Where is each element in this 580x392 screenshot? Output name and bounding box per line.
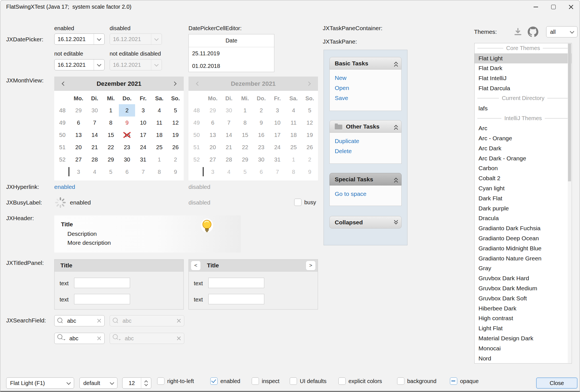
text-input[interactable] (209, 294, 264, 304)
spinner-buttons[interactable] (141, 378, 151, 388)
taskpane-link-delete[interactable]: Delete (335, 146, 401, 156)
theme-item[interactable]: Cobalt 2 (475, 173, 572, 183)
datepicker-dropdown-button[interactable] (94, 34, 104, 44)
theme-item[interactable]: Gradianto Dark Fuchsia (475, 223, 572, 233)
calendar-day[interactable]: 28 (87, 153, 103, 166)
download-icon[interactable] (513, 27, 523, 37)
calendar-day[interactable]: 17 (135, 129, 151, 141)
theme-item[interactable]: Gradianto Midnight Blue (475, 243, 572, 253)
taskpane-link-open[interactable]: Open (335, 83, 401, 93)
theme-item[interactable]: Arc (475, 123, 572, 133)
theme-item[interactable]: Flat Darcula (475, 83, 572, 93)
taskpane-link-save[interactable]: Save (335, 93, 401, 103)
text-field[interactable] (74, 278, 130, 288)
taskpane-header[interactable]: Collapsed (329, 216, 402, 229)
theme-item[interactable]: Cyan light (475, 183, 572, 193)
calendar-day[interactable]: 30 (119, 153, 135, 166)
search-field-enabled[interactable] (54, 315, 105, 326)
checkbox-inspect[interactable]: inspect (252, 377, 279, 385)
taskpane-link-go-to-space[interactable]: Go to space (335, 189, 401, 199)
calendar-day[interactable]: 12 (168, 117, 184, 129)
checkbox-box[interactable] (450, 377, 457, 385)
calendar-day[interactable]: 22 (103, 141, 119, 153)
theme-item[interactable]: Arc Dark (475, 143, 572, 153)
taskpane-header[interactable]: Other Tasks (329, 120, 402, 133)
maximize-button[interactable] (544, 0, 562, 14)
calendar-day[interactable]: 9 (119, 117, 135, 129)
table-row[interactable]: 01.02.2018 (189, 60, 274, 72)
checkbox-box[interactable] (294, 199, 301, 206)
calendar-day[interactable]: 5 (103, 166, 119, 178)
chevron-double-up-icon[interactable] (395, 177, 397, 182)
hyperlink-enabled[interactable]: enabled (54, 183, 75, 191)
calendar-day[interactable]: 1 (103, 104, 119, 117)
theme-item[interactable]: Flat Light (475, 53, 572, 63)
calendar-day[interactable]: 20 (70, 141, 87, 153)
titled-panel-left-button[interactable]: < (191, 261, 201, 270)
theme-item[interactable]: Material Design Dark (475, 333, 572, 343)
checkbox-background[interactable]: background (397, 377, 437, 385)
theme-item[interactable]: lafs (475, 103, 572, 113)
theme-item[interactable]: Gray (475, 263, 572, 274)
calendar-day[interactable]: 30 (87, 104, 103, 117)
calendar-day[interactable]: 11 (151, 117, 168, 129)
search-input[interactable] (65, 318, 97, 324)
theme-item[interactable]: Dark Flat (475, 193, 572, 203)
theme-item[interactable]: Gradianto Nature Green (475, 253, 572, 263)
datepicker-not-editable[interactable]: 16.12.2021 (54, 59, 105, 70)
calendar-day[interactable]: 6 (70, 117, 87, 129)
theme-item[interactable]: Light Flat (475, 323, 572, 333)
datepicker-value[interactable]: 16.12.2021 (55, 36, 94, 42)
titled-panel-right-button[interactable]: > (306, 261, 316, 270)
calendar-day[interactable]: 8 (103, 117, 119, 129)
calendar-day[interactable]: 4 (87, 166, 103, 178)
theme-item[interactable]: Nord (475, 353, 572, 364)
calendar-day[interactable]: 9 (168, 166, 184, 178)
checkbox-opaque[interactable]: opaque (450, 377, 479, 385)
theme-item[interactable]: Arc - Orange (475, 133, 572, 143)
calendar-day[interactable]: 24 (135, 141, 151, 153)
calendar-day[interactable]: 18 (151, 129, 168, 141)
table-header-date[interactable]: Date (189, 34, 274, 47)
calendar-day[interactable]: 29 (103, 153, 119, 166)
taskpane-link-duplicate[interactable]: Duplicate (335, 136, 401, 146)
theme-item[interactable]: Arc Dark - Orange (475, 153, 572, 163)
close-button[interactable]: Close (536, 377, 577, 389)
text-field[interactable] (208, 278, 264, 288)
theme-item[interactable]: Gruvbox Dark Hard (475, 273, 572, 283)
calendar-day[interactable]: 5 (168, 104, 184, 117)
theme-item[interactable]: Dark purple (475, 203, 572, 213)
calendar-day[interactable]: 16 (119, 129, 135, 141)
calendar-day[interactable]: 14 (87, 129, 103, 141)
calendar-day[interactable]: 4 (151, 104, 168, 117)
theme-item[interactable]: Gruvbox Dark Soft (475, 293, 572, 303)
github-icon[interactable] (528, 27, 538, 37)
checkbox-ui-defaults[interactable]: UI defaults (290, 377, 327, 385)
calendar-day[interactable]: 2 (168, 153, 184, 166)
calendar-day[interactable]: 3 (70, 166, 87, 178)
search-menu-icon[interactable] (57, 335, 67, 341)
search-field-with-menu[interactable] (54, 333, 105, 344)
theme-item[interactable]: Flat IntelliJ (475, 73, 572, 83)
table-row[interactable]: 25.11.2019 (189, 47, 274, 60)
checkbox-box[interactable] (157, 377, 164, 385)
prev-month-button[interactable] (56, 77, 72, 91)
theme-item[interactable]: Gradianto Deep Ocean (475, 233, 572, 243)
theme-item[interactable]: High contrast (475, 313, 572, 324)
theme-item[interactable]: Carbon (475, 163, 572, 174)
text-field[interactable] (208, 294, 264, 304)
theme-item[interactable]: Flat Dark (475, 63, 572, 73)
clear-icon[interactable] (97, 336, 102, 341)
calendar-day[interactable]: 6 (119, 166, 135, 178)
taskpane-header[interactable]: Basic Tasks (329, 57, 402, 70)
chevron-double-up-icon[interactable] (395, 124, 397, 129)
clear-icon[interactable] (97, 319, 102, 323)
next-month-button[interactable] (166, 77, 182, 91)
text-input[interactable] (209, 278, 264, 288)
font-combo[interactable]: default (79, 377, 117, 389)
calendar-day[interactable]: 23 (119, 141, 135, 153)
checkbox-enabled[interactable]: enabled (210, 377, 240, 385)
calendar-day[interactable]: 25 (151, 141, 168, 153)
calendar-day[interactable]: 21 (87, 141, 103, 153)
calendar-day[interactable]: 15 (103, 129, 119, 141)
